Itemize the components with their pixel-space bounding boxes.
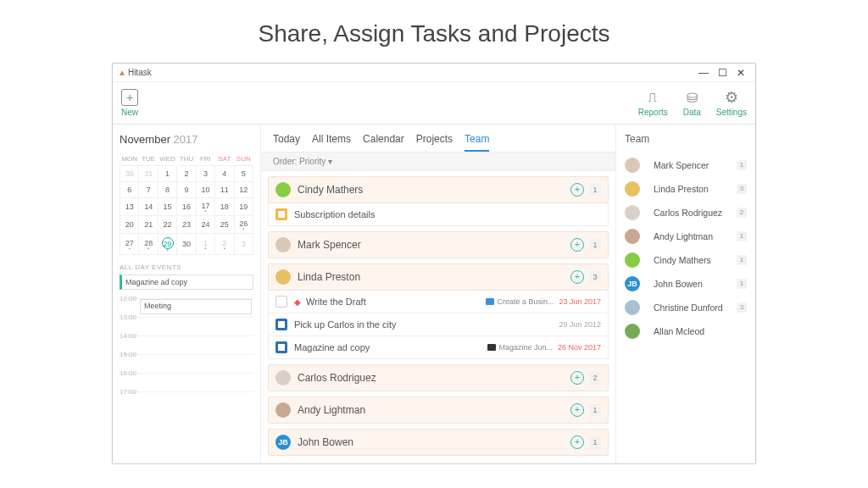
calendar-day[interactable]: 16 (177, 198, 196, 216)
member-name: Allan Mcleod (654, 326, 747, 336)
task-row[interactable]: Magazine ad copyMagazine Jun...26 Nov 20… (268, 336, 609, 359)
calendar-day[interactable]: 1 (196, 234, 214, 255)
reports-button[interactable]: ⎍ Reports (638, 89, 668, 117)
gear-icon: ⚙ (723, 89, 740, 106)
calendar-day[interactable]: 21 (139, 216, 158, 234)
calendar-day[interactable]: 5 (234, 166, 253, 182)
avatar (275, 237, 291, 252)
calendar-day[interactable]: 15 (158, 198, 176, 216)
task-count: 1 (589, 436, 601, 448)
tab-today[interactable]: Today (273, 133, 300, 152)
calendar-title: November 2017 (120, 133, 253, 146)
add-task-icon[interactable]: + (570, 270, 584, 284)
calendar-day[interactable]: 31 (139, 166, 158, 182)
calendar-day[interactable]: 19 (234, 198, 253, 216)
group-header[interactable]: JBJohn Bowen+1 (268, 429, 609, 456)
timeline-event[interactable]: Meeting (140, 299, 252, 314)
calendar-grid[interactable]: MONTUEWEDTHUFRISATSUN 303112345678910111… (120, 152, 253, 255)
calendar-day[interactable]: 12 (234, 182, 253, 198)
task-row[interactable]: ◆Write the DraftCreate a Busin...23 Jun … (268, 291, 609, 313)
tab-projects[interactable]: Projects (416, 133, 453, 152)
calendar-day[interactable]: 13 (120, 198, 139, 216)
avatar (625, 181, 640, 197)
avatar (275, 370, 291, 385)
folder-icon (487, 344, 496, 351)
calendar-day[interactable]: 18 (215, 198, 234, 216)
group-header[interactable]: Cindy Mathers+1 (268, 176, 609, 203)
task-row[interactable]: Subscription details (268, 203, 609, 226)
team-member[interactable]: Allan Mcleod (625, 319, 747, 343)
team-member[interactable]: JBJohn Bowen1 (625, 272, 747, 296)
calendar-day[interactable]: 7 (139, 182, 158, 198)
add-task-icon[interactable]: + (570, 435, 584, 449)
task-count: 2 (589, 372, 601, 384)
calendar-day[interactable]: 25 (215, 216, 234, 234)
group-header[interactable]: Mark Spencer+1 (268, 231, 609, 258)
group-header[interactable]: Andy Lightman+1 (268, 396, 609, 424)
checkbox-icon[interactable] (275, 296, 287, 308)
new-button[interactable]: + New (121, 89, 138, 117)
member-name: Andy Lightman (654, 231, 730, 241)
add-task-icon[interactable]: + (570, 238, 584, 252)
team-member[interactable]: Linda Preston3 (625, 177, 747, 201)
calendar-day[interactable]: 10 (196, 182, 214, 198)
tab-all-items[interactable]: All Items (312, 133, 351, 152)
calendar-day[interactable]: 11 (215, 182, 234, 198)
add-task-icon[interactable]: + (570, 371, 584, 385)
calendar-day[interactable]: 30 (177, 234, 196, 255)
checkbox-icon[interactable] (275, 341, 287, 353)
team-member[interactable]: Christine Dunford3 (625, 296, 747, 319)
calendar-day[interactable]: 2 (177, 166, 196, 182)
calendar-day[interactable]: 2 (215, 234, 234, 255)
member-name: Linda Preston (654, 184, 730, 194)
group-header[interactable]: Carlos Rodriguez+2 (268, 364, 609, 391)
data-button[interactable]: ⛁ Data (683, 89, 701, 117)
member-name: Mark Spencer (654, 160, 730, 170)
dow-label: WED (158, 152, 176, 166)
time-slot: 17:00 (120, 391, 253, 410)
close-icon[interactable]: ✕ (732, 67, 750, 79)
calendar-day[interactable]: 3 (196, 166, 214, 182)
task-folder: Magazine Jun... (487, 343, 553, 352)
allday-event[interactable]: Magazine ad copy (120, 274, 253, 290)
member-name: John Bowen (654, 279, 730, 289)
calendar-day[interactable]: 3 (234, 234, 253, 255)
calendar-day[interactable]: 29 (158, 234, 176, 255)
calendar-day[interactable]: 26 (234, 216, 253, 234)
tab-calendar[interactable]: Calendar (363, 133, 404, 152)
calendar-day[interactable]: 17 (196, 198, 214, 216)
calendar-day[interactable]: 22 (158, 216, 176, 234)
task-title: Magazine ad copy (294, 342, 487, 352)
team-member[interactable]: Cindy Mathers1 (625, 248, 747, 272)
minimize-icon[interactable]: — (694, 67, 713, 79)
checkbox-icon[interactable] (275, 319, 287, 330)
settings-button[interactable]: ⚙ Settings (716, 89, 747, 117)
calendar-day[interactable]: 23 (177, 216, 196, 234)
calendar-day[interactable]: 6 (120, 182, 139, 198)
tab-team[interactable]: Team (465, 133, 489, 152)
calendar-day[interactable]: 28 (139, 234, 158, 255)
dow-label: THU (177, 152, 196, 166)
calendar-day[interactable]: 8 (158, 182, 176, 198)
team-member[interactable]: Carlos Rodriguez2 (625, 201, 747, 225)
calendar-day[interactable]: 27 (120, 234, 139, 255)
calendar-day[interactable]: 4 (215, 166, 234, 182)
member-count: 1 (737, 231, 747, 241)
task-row[interactable]: Pick up Carlos in the city29 Jun 2012 (268, 313, 609, 336)
task-title: Write the Draft (306, 297, 486, 307)
team-member[interactable]: Mark Spencer1 (625, 153, 747, 177)
order-dropdown[interactable]: Order: Priority ▾ (261, 152, 615, 171)
add-task-icon[interactable]: + (570, 403, 584, 417)
calendar-day[interactable]: 1 (158, 166, 176, 182)
calendar-day[interactable]: 30 (120, 166, 139, 182)
calendar-day[interactable]: 24 (196, 216, 214, 234)
group-header[interactable]: Linda Preston+3 (268, 263, 609, 291)
add-task-icon[interactable]: + (570, 183, 584, 197)
maximize-icon[interactable]: ☐ (713, 67, 732, 79)
calendar-day[interactable]: 20 (120, 216, 139, 234)
team-list: Mark Spencer1Linda Preston3Carlos Rodrig… (625, 153, 747, 343)
team-member[interactable]: Andy Lightman1 (625, 225, 747, 248)
calendar-day[interactable]: 9 (177, 182, 196, 198)
checkbox-icon[interactable] (275, 208, 287, 220)
calendar-day[interactable]: 14 (139, 198, 158, 216)
